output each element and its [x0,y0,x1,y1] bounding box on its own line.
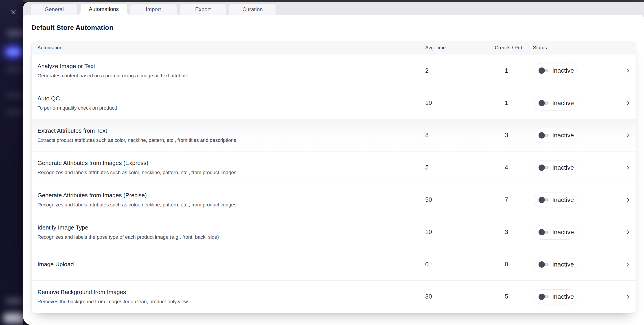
table-row[interactable]: Identify Image Type Recognizes and label… [32,216,636,248]
toggle-switch-icon[interactable] [538,132,549,138]
toggle-knob [538,261,545,268]
automation-cell: Image Upload [32,261,425,268]
column-header-status: Status [518,45,636,51]
toggle-knob [538,165,545,171]
status-cell: Inactive [518,96,636,110]
close-icon[interactable] [10,8,17,16]
status-cell: Inactive [518,225,636,240]
toggle-switch-icon[interactable] [538,100,549,106]
status-toggle[interactable]: Inactive [534,128,576,143]
chevron-right-icon[interactable] [626,294,630,300]
avg-time-value: 50 [425,196,495,203]
automation-cell: Auto QC To perform quality check on prod… [32,95,425,111]
status-label: Inactive [552,196,574,204]
toggle-switch-icon[interactable] [538,165,549,171]
tab-export[interactable]: Export [180,4,226,15]
avg-time-value: 0 [425,261,495,268]
settings-modal: GeneralAutomationsImportExportCuration D… [23,2,644,325]
toggle-knob [538,100,545,106]
status-cell: Inactive [518,128,636,143]
status-toggle[interactable]: Inactive [534,96,576,110]
credits-value: 4 [495,164,518,171]
automation-title: Extract Attributes from Text [38,127,425,134]
tab-general[interactable]: General [31,4,78,15]
table-row[interactable]: Remove Background from Images Removes th… [32,280,636,313]
automation-cell: Identify Image Type Recognizes and label… [32,224,425,240]
automation-title: Image Upload [38,261,425,268]
automation-title: Analyze Image or Text [38,63,425,70]
modal-body: Default Store Automation Automation Avg.… [23,15,644,325]
table-body: Analyze Image or Text Generates content … [32,54,636,313]
toggle-knob [538,294,545,300]
status-cell: Inactive [518,160,636,175]
sidebar-blurred-item [6,110,23,115]
table-row[interactable]: Analyze Image or Text Generates content … [32,54,636,87]
chevron-right-icon[interactable] [626,165,630,171]
toggle-switch-icon[interactable] [538,229,549,235]
automation-title: Identify Image Type [38,224,425,231]
automation-description: Generates content based on a prompt usin… [38,73,425,79]
table-row[interactable]: Generate Attributes from Images (Express… [32,151,636,184]
toggle-switch-icon[interactable] [538,294,549,300]
chevron-right-icon[interactable] [626,132,630,138]
tab-automations[interactable]: Automations [80,3,127,15]
toggle-knob [538,132,545,138]
toggle-switch-icon[interactable] [538,261,549,268]
status-label: Inactive [552,67,574,74]
sidebar-blurred-item [3,313,23,323]
table-row[interactable]: Generate Attributes from Images (Precise… [32,184,636,216]
sidebar [0,0,23,325]
status-toggle[interactable]: Inactive [534,63,576,78]
automation-cell: Remove Background from Images Removes th… [32,289,425,305]
status-cell: Inactive [518,257,636,272]
credits-value: 1 [495,99,518,106]
avg-time-value: 10 [425,99,495,106]
status-toggle[interactable]: Inactive [534,289,576,304]
credits-value: 3 [495,229,518,236]
credits-value: 7 [495,196,518,203]
credits-value: 3 [495,132,518,139]
status-toggle[interactable]: Inactive [534,160,576,175]
tab-import[interactable]: Import [130,4,176,15]
automation-cell: Generate Attributes from Images (Express… [32,160,425,176]
automation-description: Removes the background from images for a… [38,299,425,305]
status-toggle[interactable]: Inactive [534,193,576,207]
table-header: Automation Avg. time Credits / Prd Statu… [32,41,636,54]
sidebar-blurred-item [6,66,23,72]
status-cell: Inactive [518,289,636,304]
credits-value: 1 [495,67,518,74]
settings-tabbar: GeneralAutomationsImportExportCuration [23,2,644,15]
automation-description: Recognizes and labels attributes such as… [38,170,425,176]
status-cell: Inactive [518,193,636,207]
table-row[interactable]: Auto QC To perform quality check on prod… [32,87,636,119]
credits-value: 5 [495,293,518,300]
chevron-right-icon[interactable] [626,262,630,267]
status-cell: Inactive [518,63,636,78]
automation-cell: Analyze Image or Text Generates content … [32,63,425,79]
status-label: Inactive [552,229,574,236]
sidebar-blurred-item [6,93,23,98]
chevron-right-icon[interactable] [626,100,630,106]
sidebar-blurred-item [6,30,23,37]
automation-title: Auto QC [38,95,425,102]
status-toggle[interactable]: Inactive [534,225,576,240]
credits-value: 0 [495,261,518,268]
column-header-automation: Automation [32,45,425,51]
toggle-knob [538,229,545,235]
avg-time-value: 8 [425,132,495,139]
toggle-switch-icon[interactable] [538,67,549,74]
status-toggle[interactable]: Inactive [534,257,576,272]
chevron-right-icon[interactable] [626,68,630,73]
sidebar-blurred-item [6,298,23,304]
automation-description: To perform quality check on product! [38,105,425,111]
automation-description: Recognizes and labels attributes such as… [38,202,425,208]
automation-title: Generate Attributes from Images (Precise… [38,192,425,199]
table-row[interactable]: Extract Attributes from Text Extracts pr… [32,119,636,151]
tab-curation[interactable]: Curation [229,4,276,15]
chevron-right-icon[interactable] [626,229,630,235]
toggle-switch-icon[interactable] [538,197,549,203]
table-row[interactable]: Image Upload 0 0 Inactive [32,248,636,280]
column-header-avg-time: Avg. time [425,45,495,51]
chevron-right-icon[interactable] [626,197,630,203]
status-label: Inactive [552,99,574,107]
